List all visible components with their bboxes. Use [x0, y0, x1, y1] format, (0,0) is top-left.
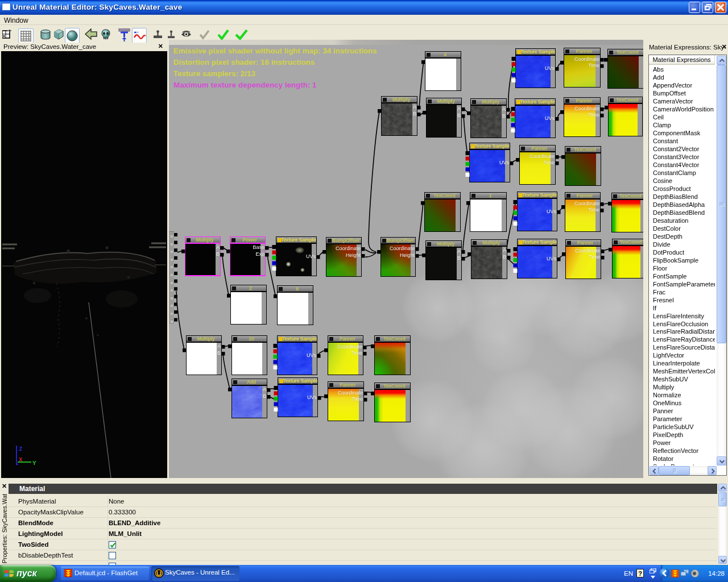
svg-text:Y: Y: [32, 460, 36, 467]
svg-text:Z: Z: [19, 446, 23, 452]
